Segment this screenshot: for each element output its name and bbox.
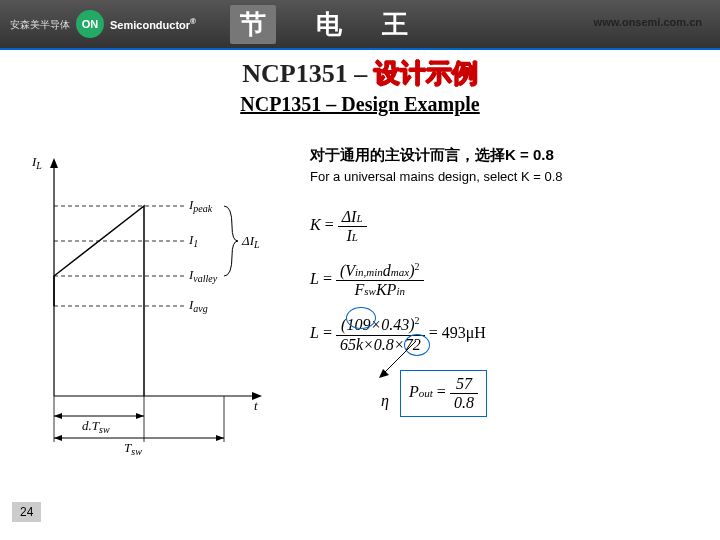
- note-en: For a universal mains design, select K =…: [310, 169, 720, 184]
- svg-text:Iavg: Iavg: [188, 297, 208, 314]
- svg-text:d.Tsw: d.Tsw: [82, 418, 110, 435]
- svg-marker-23: [54, 435, 62, 441]
- svg-text:I1: I1: [188, 232, 198, 249]
- svg-line-26: [381, 341, 416, 376]
- title-cn: NCP1351 – 设计示例: [0, 56, 720, 91]
- banner-char-2: 王: [382, 7, 408, 42]
- svg-marker-24: [216, 435, 224, 441]
- logo-cn-text: 安森美半导体: [10, 19, 70, 30]
- banner-char-1: 电: [316, 7, 342, 42]
- eq-k: K = ΔIL IL: [310, 208, 720, 245]
- title-en: NCP1351 – Design Example: [0, 93, 720, 116]
- notes-column: 对于通用的主设计而言，选择K = 0.8 For a universal mai…: [280, 146, 720, 460]
- header-bar: 安森美半导体 ON Semiconductor® 节 电 王 www.onsem…: [0, 0, 720, 48]
- svg-text:Tsw: Tsw: [124, 440, 142, 456]
- waveform-diagram: IL t Ipeak I1 Ivalley Iavg ΔIL: [0, 146, 280, 460]
- svg-marker-17: [136, 413, 144, 419]
- svg-marker-16: [54, 413, 62, 419]
- logo-en-text: Semiconductor®: [110, 17, 196, 31]
- on-logo-icon: ON: [76, 10, 104, 38]
- banner-char-box: 节: [230, 5, 276, 44]
- eq-pout-boxed: Pout = 57 0.8 η: [400, 370, 720, 417]
- svg-marker-27: [379, 369, 389, 378]
- svg-text:t: t: [254, 398, 258, 413]
- svg-text:ΔIL: ΔIL: [241, 233, 260, 250]
- note-cn: 对于通用的主设计而言，选择K = 0.8: [310, 146, 720, 165]
- svg-text:IL: IL: [31, 154, 42, 171]
- svg-text:Ipeak: Ipeak: [188, 197, 213, 214]
- banner-text: 节 电 王: [230, 0, 408, 48]
- svg-marker-1: [50, 158, 58, 168]
- svg-text:Ivalley: Ivalley: [188, 267, 218, 284]
- url-text: www.onsemi.com.cn: [594, 16, 702, 28]
- equations: K = ΔIL IL L = (Vin,mindmax)2 FswKPin: [310, 208, 720, 417]
- slide-content: NCP1351 – 设计示例 NCP1351 – Design Example …: [0, 50, 720, 530]
- logo-block: 安森美半导体 ON Semiconductor®: [0, 10, 196, 38]
- eq-l: L = (Vin,mindmax)2 FswKPin: [310, 261, 720, 299]
- page-number: 24: [12, 502, 41, 522]
